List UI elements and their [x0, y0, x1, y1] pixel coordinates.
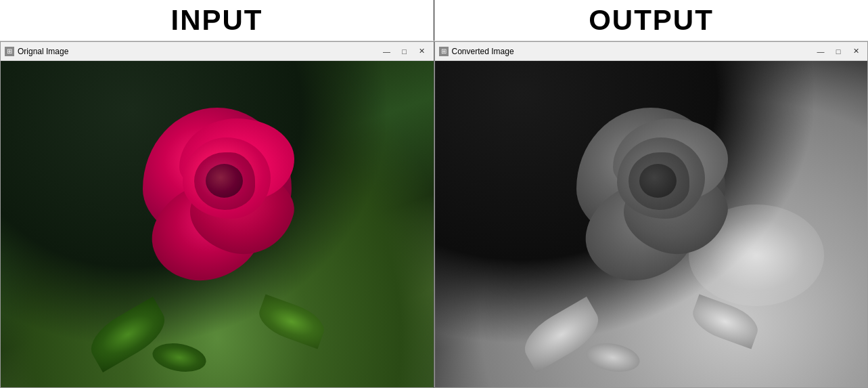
output-minimize-button[interactable]: —	[813, 46, 828, 57]
output-titlebar: ⊞ Converted Image — □ ✕	[435, 42, 868, 61]
output-window-controls: — □ ✕	[813, 46, 863, 57]
output-window-title: Converted Image	[452, 47, 814, 56]
input-image-area	[1, 61, 434, 387]
output-window: ⊞ Converted Image — □ ✕	[434, 41, 869, 388]
input-window: ⊞ Orignal Image — □ ✕	[0, 41, 434, 388]
output-window-icon: ⊞	[439, 47, 449, 56]
input-close-button[interactable]: ✕	[415, 46, 430, 57]
rose-container	[122, 81, 312, 270]
input-minimize-button[interactable]: —	[380, 46, 394, 57]
color-rose-image	[1, 61, 434, 387]
output-maximize-button[interactable]: □	[831, 46, 846, 57]
output-close-button[interactable]: ✕	[848, 46, 863, 57]
input-maximize-button[interactable]: □	[397, 46, 412, 57]
input-window-controls: — □ ✕	[380, 46, 430, 57]
top-labels-bar: INPUT OUTPUT	[0, 0, 868, 41]
input-titlebar: ⊞ Orignal Image — □ ✕	[1, 42, 434, 61]
output-label: OUTPUT	[434, 4, 868, 37]
grayscale-rose-image	[435, 61, 868, 387]
output-image-area	[435, 61, 868, 387]
leaf-right	[254, 294, 329, 349]
input-window-icon: ⊞	[5, 47, 14, 56]
windows-row: ⊞ Orignal Image — □ ✕	[0, 41, 868, 388]
gray-leaf-bottom	[584, 339, 642, 375]
leaf-bottom	[150, 339, 208, 375]
input-label: INPUT	[0, 4, 434, 37]
gray-rose-container	[556, 81, 746, 270]
input-window-title: Orignal Image	[18, 47, 380, 56]
